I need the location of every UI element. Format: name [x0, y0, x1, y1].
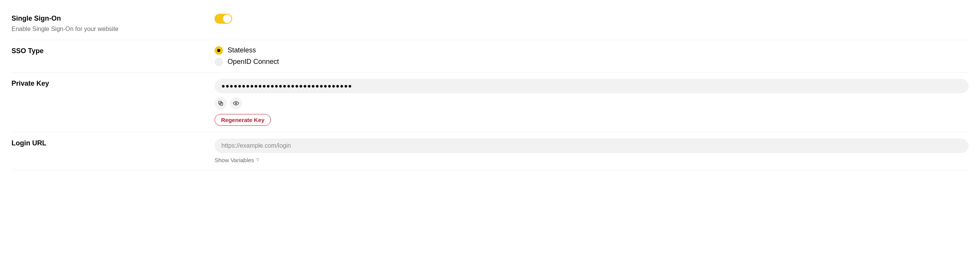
- label-column: Single Sign-On Enable Single Sign-On for…: [11, 14, 215, 34]
- sso-toggle[interactable]: [215, 14, 232, 24]
- value-column: Stateless OpenID Connect: [215, 46, 969, 66]
- value-column: [215, 14, 969, 34]
- show-variables-label: Show Variables: [215, 157, 254, 163]
- copy-button[interactable]: [215, 97, 227, 109]
- regenerate-key-button[interactable]: Regenerate Key: [215, 114, 271, 126]
- private-key-input[interactable]: [215, 79, 969, 93]
- label-column: Private Key: [11, 79, 215, 126]
- radio-label: Stateless: [228, 46, 256, 54]
- reveal-button[interactable]: [230, 97, 242, 109]
- setting-row-private-key: Private Key Regenerate Key: [11, 73, 969, 132]
- sso-subtitle: Enable Single Sign-On for your website: [11, 25, 215, 33]
- login-url-title: Login URL: [11, 138, 215, 148]
- sso-title: Single Sign-On: [11, 14, 215, 23]
- chevron-down-icon: ▽: [256, 158, 259, 162]
- sso-type-option-openid[interactable]: OpenID Connect: [215, 58, 969, 66]
- private-key-iconbuttons: [215, 97, 969, 109]
- svg-point-2: [235, 103, 237, 104]
- copy-icon: [218, 100, 224, 106]
- show-variables-button[interactable]: Show Variables ▽: [215, 157, 259, 163]
- radio-icon: [215, 58, 223, 66]
- private-key-title: Private Key: [11, 79, 215, 88]
- setting-row-sso-type: SSO Type Stateless OpenID Connect: [11, 40, 969, 73]
- radio-label: OpenID Connect: [228, 58, 279, 66]
- radio-icon: [215, 46, 223, 55]
- label-column: Login URL: [11, 138, 215, 164]
- value-column: Regenerate Key: [215, 79, 969, 126]
- setting-row-sso: Single Sign-On Enable Single Sign-On for…: [11, 8, 969, 40]
- eye-icon: [233, 100, 239, 106]
- value-column: Show Variables ▽: [215, 138, 969, 164]
- toggle-knob: [223, 15, 231, 23]
- login-url-input[interactable]: [215, 138, 969, 153]
- setting-row-login-url: Login URL Show Variables ▽: [11, 132, 969, 170]
- sso-type-title: SSO Type: [11, 46, 215, 56]
- label-column: SSO Type: [11, 46, 215, 66]
- sso-type-option-stateless[interactable]: Stateless: [215, 46, 969, 55]
